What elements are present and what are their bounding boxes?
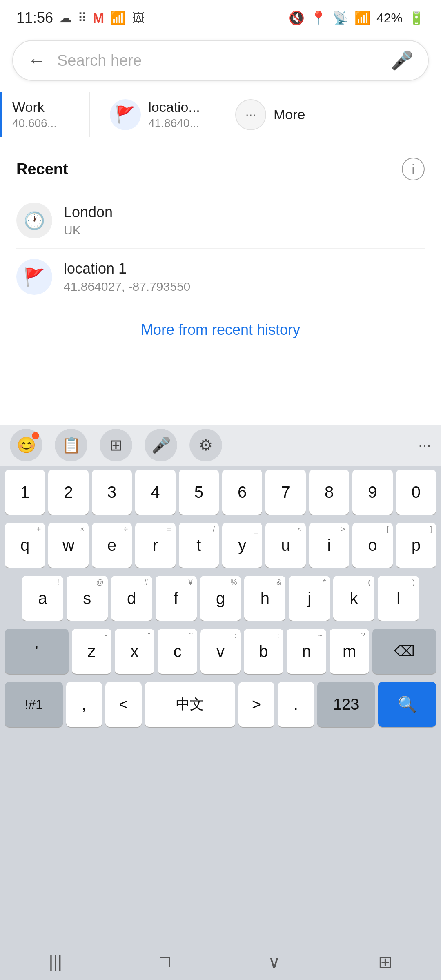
recent-header: Recent i: [16, 158, 425, 180]
key-z[interactable]: -z: [72, 629, 111, 674]
key-k[interactable]: (k: [333, 576, 374, 621]
key-j[interactable]: *j: [289, 576, 330, 621]
search-input[interactable]: Search here: [57, 52, 391, 69]
key-8[interactable]: 8: [309, 470, 349, 514]
key-r[interactable]: =r: [135, 523, 175, 568]
key-a[interactable]: !a: [22, 576, 63, 621]
keyboard: 😊 📋 ⊞ 🎤 ⚙ ··· 1 2 3 4 5 6 7 8 9 0 +q: [0, 425, 441, 943]
number-row: 1 2 3 4 5 6 7 8 9 0: [0, 466, 441, 519]
bottom-nav: ||| □ ∨ ⊞: [0, 943, 441, 980]
key-t[interactable]: /t: [179, 523, 219, 568]
flag-icon: 🚩: [16, 259, 52, 295]
back-button[interactable]: ←: [28, 50, 46, 71]
work-subtitle: 40.606...: [12, 117, 75, 130]
key-9[interactable]: 9: [352, 470, 392, 514]
key-v[interactable]: :v: [200, 629, 240, 674]
london-sub: UK: [64, 223, 113, 237]
key-g[interactable]: %g: [200, 576, 241, 621]
lang-right-key[interactable]: >: [238, 682, 275, 727]
key-2[interactable]: 2: [48, 470, 88, 514]
image-icon: 🖼: [132, 11, 145, 26]
toolbar-more-button[interactable]: ···: [418, 437, 431, 454]
lang-left-key[interactable]: <: [105, 682, 142, 727]
quick-location[interactable]: 🚩 locatio... 41.8640...: [90, 92, 220, 137]
key-o[interactable]: [o: [352, 523, 392, 568]
key-p[interactable]: ]p: [396, 523, 436, 568]
more-circle-icon: ···: [235, 99, 266, 130]
key-4[interactable]: 4: [135, 470, 175, 514]
chinese-key[interactable]: 中文: [145, 682, 235, 727]
dots-icon: ⠿: [78, 10, 87, 26]
more-history-link[interactable]: More from recent history: [141, 321, 300, 338]
key-u[interactable]: <u: [265, 523, 305, 568]
key-3[interactable]: 3: [92, 470, 132, 514]
period-key[interactable]: .: [278, 682, 314, 727]
key-f[interactable]: ¥f: [156, 576, 197, 621]
key-e[interactable]: ÷e: [92, 523, 132, 568]
row-q: +q ×w ÷e =r /t _y <u >i [o ]p: [0, 519, 441, 572]
key-5[interactable]: 5: [179, 470, 219, 514]
recent-title: Recent: [16, 160, 68, 178]
comma-key[interactable]: ,: [66, 682, 102, 727]
clipboard-button[interactable]: 📋: [55, 429, 87, 461]
mic-icon[interactable]: 🎤: [391, 50, 413, 71]
num-key[interactable]: 123: [317, 682, 375, 727]
emoji-dot: [32, 432, 39, 439]
key-d[interactable]: #d: [111, 576, 152, 621]
key-w[interactable]: ×w: [48, 523, 88, 568]
gmail-icon: M: [93, 10, 104, 26]
key-h[interactable]: &h: [244, 576, 285, 621]
recent-item-london[interactable]: 🕐 London UK: [16, 193, 425, 249]
more-history-section[interactable]: More from recent history: [16, 305, 425, 347]
key-m[interactable]: ?m: [330, 629, 369, 674]
mute-icon: 🔇: [288, 10, 305, 26]
recent-item-location1[interactable]: 🚩 location 1 41.864027, -87.793550: [16, 249, 425, 305]
location-flag-icon: 🚩: [110, 99, 141, 130]
key-apostrophe[interactable]: ': [5, 629, 69, 674]
key-6[interactable]: 6: [222, 470, 262, 514]
key-n[interactable]: ~n: [287, 629, 326, 674]
key-l[interactable]: )l: [378, 576, 419, 621]
key-x[interactable]: "x: [115, 629, 154, 674]
key-i[interactable]: >i: [309, 523, 349, 568]
cloud-icon: ☁: [59, 10, 72, 26]
nav-home[interactable]: □: [160, 952, 170, 971]
more-label: More: [274, 107, 305, 122]
key-7[interactable]: 7: [265, 470, 305, 514]
location-label: locatio...: [148, 99, 200, 115]
battery-text: 42%: [376, 11, 403, 26]
grid-button[interactable]: ⊞: [100, 429, 132, 461]
quick-work[interactable]: Work 40.606...: [0, 92, 90, 137]
search-key-icon: 🔍: [398, 695, 417, 713]
london-name: London: [64, 204, 113, 221]
status-bar: 11:56 ☁ ⠿ M 📶 🖼 🔇 📍 📡 📶 42% 🔋: [0, 0, 441, 33]
bottom-row: !#1 , < 中文 > . 123 🔍: [0, 678, 441, 731]
keyboard-mic-button[interactable]: 🎤: [145, 429, 177, 461]
location1-text: location 1 41.864027, -87.793550: [64, 260, 190, 294]
emoji-button[interactable]: 😊: [10, 429, 42, 461]
backspace-key[interactable]: ⌫: [372, 629, 436, 674]
location-subtitle: 41.8640...: [148, 117, 200, 130]
key-1[interactable]: 1: [5, 470, 45, 514]
search-key[interactable]: 🔍: [378, 682, 436, 727]
settings-button[interactable]: ⚙: [189, 429, 222, 461]
key-q[interactable]: +q: [5, 523, 45, 568]
key-0[interactable]: 0: [396, 470, 436, 514]
row-z: ' -z "x ""c :v ;b ~n ?m ⌫: [0, 625, 441, 678]
quick-more[interactable]: ··· More: [220, 92, 320, 137]
work-label: Work: [12, 99, 75, 115]
row-a: !a @s #d ¥f %g &h *j (k )l: [0, 572, 441, 625]
search-bar[interactable]: ← Search here 🎤: [12, 40, 429, 81]
key-y[interactable]: _y: [222, 523, 262, 568]
recent-section: Recent i 🕐 London UK 🚩 location 1 41.864…: [0, 141, 441, 347]
key-b[interactable]: ;b: [244, 629, 283, 674]
nav-keyboard[interactable]: ⊞: [378, 952, 392, 972]
key-c[interactable]: ""c: [158, 629, 197, 674]
nav-recent[interactable]: ∨: [268, 952, 281, 972]
key-s[interactable]: @s: [67, 576, 108, 621]
quick-access-row: Work 40.606... 🚩 locatio... 41.8640... ·…: [0, 88, 441, 141]
special-key[interactable]: !#1: [5, 682, 63, 727]
info-icon[interactable]: i: [402, 158, 425, 180]
clock-icon: 🕐: [16, 203, 52, 238]
nav-back[interactable]: |||: [49, 952, 62, 971]
